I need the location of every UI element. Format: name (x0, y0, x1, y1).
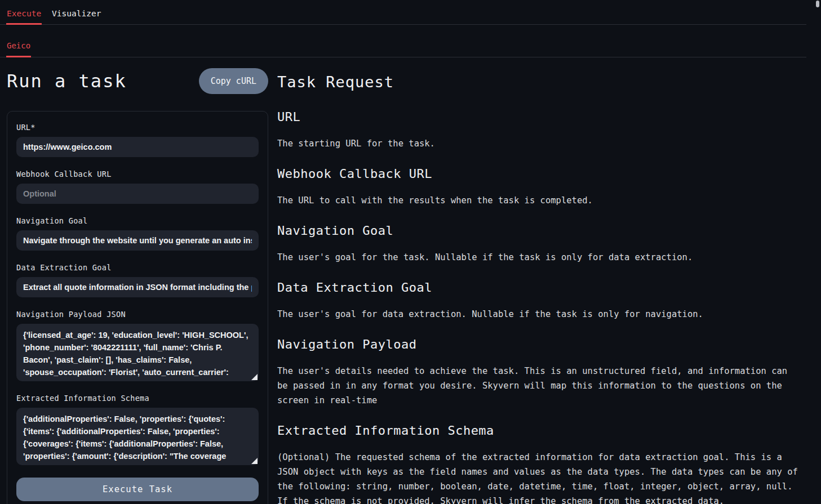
docs-title: Task Request (277, 73, 802, 91)
doc-body: The user's goal for the task. Nullable i… (277, 250, 802, 265)
doc-heading: Navigation Payload (277, 337, 802, 353)
field-navigation-payload: Navigation Payload JSON {'licensed_at_ag… (16, 310, 259, 381)
tab-visualizer[interactable]: Visualizer (51, 9, 101, 24)
doc-section-data-extraction-goal: Data Extraction Goal The user's goal for… (277, 280, 802, 322)
url-input[interactable] (16, 137, 259, 157)
data-extraction-goal-label: Data Extraction Goal (16, 263, 259, 272)
execute-task-button[interactable]: Execute Task (16, 478, 259, 501)
task-form: URL* Webhook Callback URL Navigation Goa… (7, 111, 268, 504)
doc-section-navigation-goal: Navigation Goal The user's goal for the … (277, 223, 802, 265)
webhook-callback-url-input[interactable] (16, 184, 259, 204)
extracted-schema-label: Extracted Information Schema (16, 394, 259, 403)
main-tab-bar: Execute Visualizer (0, 0, 806, 25)
run-task-panel: Run a task Copy cURL URL* Webhook Callba… (7, 57, 268, 504)
doc-heading: Webhook Callback URL (277, 166, 802, 182)
doc-heading: Extracted Information Schema (277, 423, 802, 439)
webhook-callback-url-label: Webhook Callback URL (16, 170, 259, 179)
doc-body: (Optional) The requested schema of the e… (277, 450, 802, 504)
doc-heading: URL (277, 109, 802, 125)
page-title: Run a task (7, 70, 127, 92)
vertical-scrollbar-thumb[interactable] (816, 1, 819, 7)
url-label: URL* (16, 123, 259, 132)
doc-body: The user's details needed to achieve the… (277, 364, 802, 408)
doc-body: The user's goal for data extraction. Nul… (277, 307, 802, 322)
panel-header: Run a task Copy cURL (7, 68, 268, 94)
main-content: Run a task Copy cURL URL* Webhook Callba… (0, 57, 806, 504)
doc-heading: Data Extraction Goal (277, 280, 802, 296)
field-webhook-callback-url: Webhook Callback URL (16, 170, 259, 204)
navigation-goal-label: Navigation Goal (16, 216, 259, 225)
extracted-schema-textarea[interactable]: {'additionalProperties': False, 'propert… (16, 408, 259, 465)
field-url: URL* (16, 123, 259, 157)
field-navigation-goal: Navigation Goal (16, 216, 259, 251)
secondary-tab-bar: Geico (0, 25, 806, 57)
doc-body: The starting URL for the task. (277, 136, 802, 151)
copy-curl-button[interactable]: Copy cURL (199, 68, 268, 94)
field-extracted-schema: Extracted Information Schema {'additiona… (16, 394, 259, 465)
doc-section-webhook-callback-url: Webhook Callback URL The URL to call wit… (277, 166, 802, 208)
task-request-docs: Task Request URL The starting URL for th… (277, 57, 802, 504)
doc-section-navigation-payload: Navigation Payload The user's details ne… (277, 337, 802, 408)
tab-execute[interactable]: Execute (6, 9, 42, 24)
app-root: Execute Visualizer Geico Run a task Copy… (0, 0, 806, 504)
field-data-extraction-goal: Data Extraction Goal (16, 263, 259, 297)
navigation-payload-label: Navigation Payload JSON (16, 310, 259, 319)
doc-body: The URL to call with the results when th… (277, 193, 802, 208)
doc-section-url: URL The starting URL for the task. (277, 109, 802, 151)
data-extraction-goal-input[interactable] (16, 277, 259, 297)
resize-grip-icon[interactable] (251, 374, 258, 380)
navigation-payload-textarea[interactable]: {'licensed_at_age': 19, 'education_level… (16, 324, 259, 381)
doc-heading: Navigation Goal (277, 223, 802, 239)
tab-geico[interactable]: Geico (6, 41, 31, 57)
resize-grip-icon[interactable] (251, 458, 258, 464)
navigation-goal-input[interactable] (16, 230, 259, 251)
doc-section-extracted-schema: Extracted Information Schema (Optional) … (277, 423, 802, 504)
